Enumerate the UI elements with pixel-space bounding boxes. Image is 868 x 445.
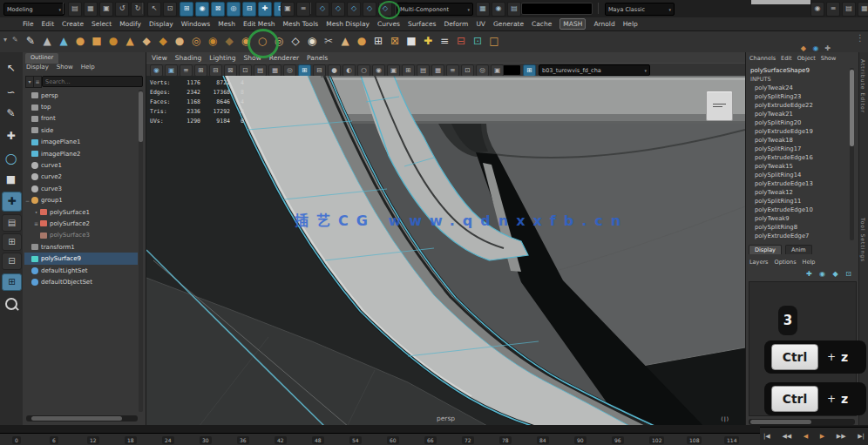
viewport-toolbar-icon-23[interactable]: ▣	[491, 64, 504, 77]
layer-editor-hscrollbar[interactable]	[749, 419, 855, 425]
object-menu[interactable]: Object	[797, 55, 816, 62]
layer-tab-display[interactable]: Display	[749, 245, 782, 254]
undo-icon[interactable]: ↺	[115, 2, 129, 17]
viewport-toolbar-icon-8[interactable]: ▦	[268, 64, 281, 77]
menu-generate[interactable]: Generate	[493, 20, 524, 28]
menu-file[interactable]: File	[23, 20, 34, 28]
poly-cylinder-icon[interactable]: ●	[105, 33, 121, 50]
menu-edit-mesh[interactable]: Edit Mesh	[243, 20, 275, 28]
menu-display[interactable]: Display	[149, 20, 173, 28]
channel-box-vscrollbar[interactable]	[850, 68, 854, 240]
axis-cone-blue-icon[interactable]: ▲	[56, 33, 71, 50]
menu-select[interactable]: Select	[92, 20, 112, 28]
viewport-toolbar-icon-5[interactable]: ⊠	[224, 64, 237, 77]
speed-ramp-icon[interactable]: ◆	[798, 44, 808, 53]
selection-mask-dropdown[interactable]: Multi-Component ▾	[397, 3, 473, 16]
go-to-start-button[interactable]: |◀	[763, 433, 770, 440]
menu-set-dropdown[interactable]: Modeling ▾	[3, 3, 64, 16]
outliner-item-curve3[interactable]: curve3	[24, 183, 138, 194]
outliner-tab[interactable]: Outliner	[25, 53, 58, 64]
render-frame-icon[interactable]: ▦	[476, 2, 490, 17]
outliner-item-defaultLightSet[interactable]: defaultLightSet	[24, 265, 138, 276]
outliner-item-front[interactable]: front	[24, 113, 138, 125]
new-layer-selected-icon[interactable]: ◉	[817, 269, 827, 279]
menu-mash[interactable]: MASH	[559, 18, 586, 30]
mirror-icon[interactable]: ≡	[437, 33, 452, 50]
poly-cube-icon[interactable]: ■	[89, 33, 105, 50]
history-node-polyExtrudeEdge16[interactable]: polyExtrudeEdge16	[755, 154, 845, 163]
workspace-dropdown[interactable]: Maya Classic ▾	[605, 3, 675, 16]
layout-single-pane[interactable]: ▤	[2, 214, 22, 232]
frame-tick-78[interactable]: 78	[499, 436, 512, 444]
history-node-polyTweak9[interactable]: polyTweak9	[755, 215, 845, 224]
viewport-toolbar-icon-18[interactable]: ▤	[417, 64, 430, 77]
shelf-tab-menu-icon[interactable]: ▾	[3, 36, 7, 44]
new-layer-icon[interactable]: ✚	[804, 269, 814, 279]
viewport-toolbar-icon-1[interactable]: ▣	[165, 64, 178, 77]
outliner-item-polySurface9[interactable]: polySurface9	[24, 253, 138, 264]
frame-tick-72[interactable]: 72	[462, 436, 474, 444]
paint-select-tool[interactable]: ✎	[2, 105, 20, 123]
go-to-end-button[interactable]: ▶|	[858, 433, 865, 440]
frame-tick-48[interactable]: 48	[312, 436, 324, 444]
panel-menu-shading[interactable]: Shading	[175, 54, 201, 62]
viewport-toolbar-icon-22[interactable]: ◎	[476, 64, 489, 77]
step-forward-key-button[interactable]: ▶▶	[837, 433, 846, 440]
bevel-icon[interactable]: ▲	[337, 33, 353, 50]
frame-tick-96[interactable]: 96	[612, 436, 624, 444]
list-inputs-icon[interactable]: ≡	[296, 2, 310, 17]
outliner-item-polySurface3[interactable]: polySurface3	[24, 230, 138, 241]
frame-tick-18[interactable]: 18	[125, 436, 137, 444]
sculpt-tool-icon[interactable]: ◉	[304, 33, 320, 50]
menu-create[interactable]: Create	[62, 20, 84, 28]
viewport-toolbar-icon-2[interactable]: ≡	[180, 64, 193, 77]
play-forwards-button[interactable]: ▶	[820, 433, 824, 440]
rotate-tool[interactable]: ◯	[2, 150, 20, 168]
viewport-toolbar-icon-11[interactable]: ⊟	[313, 64, 326, 77]
last-tool[interactable]: ✚	[2, 192, 22, 212]
panel-menu-view[interactable]: View	[152, 54, 167, 62]
viewport-toolbar-icon-16[interactable]: ▣	[387, 64, 400, 77]
construction-history-icon[interactable]: ▣	[281, 2, 295, 17]
outliner-menu-help[interactable]: Help	[81, 64, 95, 71]
outliner-item-curve1[interactable]: curve1	[24, 159, 138, 171]
viewport-toolbar-icon-14[interactable]: ○	[357, 64, 370, 77]
sort-icon[interactable]: ≡	[33, 76, 42, 88]
axis-cone-icon[interactable]: ▲	[39, 33, 55, 50]
hypershade-icon[interactable]: ≡	[826, 2, 840, 17]
new-scene-icon[interactable]: ▤	[68, 2, 82, 17]
edit-menu[interactable]: Edit	[781, 55, 792, 62]
menu-modify[interactable]: Modify	[119, 20, 141, 28]
render-settings-icon[interactable]: ▤	[507, 2, 521, 17]
play-backwards-button[interactable]: ◀	[804, 433, 808, 440]
history-node-polyExtrudeEdge22[interactable]: polyExtrudeEdge22	[755, 102, 845, 111]
save-scene-icon[interactable]: ▣	[99, 2, 113, 17]
channel-options-icon[interactable]: ✚	[823, 44, 832, 53]
layout-current[interactable]: ⊞	[2, 273, 22, 291]
tool-settings-icon[interactable]: ▤	[842, 2, 856, 17]
menu-mesh-tools[interactable]: Mesh Tools	[283, 20, 319, 28]
poly-platonic-icon[interactable]: ◆	[221, 33, 237, 50]
history-node-polyExtrudeEdge19[interactable]: polyExtrudeEdge19	[755, 128, 845, 137]
separate-icon[interactable]: ⊟	[453, 33, 469, 50]
frame-tick-84[interactable]: 84	[537, 436, 549, 444]
snap-to-grid-icon[interactable]: ⊞	[180, 2, 193, 17]
anim-key-icon[interactable]: ◉	[810, 44, 820, 53]
make-live-icon[interactable]: ✚	[258, 2, 272, 17]
frame-tick-36[interactable]: 36	[237, 436, 249, 444]
history-node-polyExtrudeEdge7[interactable]: polyExtrudeEdge7	[755, 233, 845, 241]
menu-arnold[interactable]: Arnold	[593, 20, 614, 28]
viewport-toolbar-icon-20[interactable]: ≡	[446, 64, 459, 77]
history-node-polySplitRing17[interactable]: polySplitRing17	[755, 145, 845, 154]
frame-tick-114[interactable]: 114	[724, 436, 739, 444]
layer-tab-anim[interactable]: Anim	[785, 245, 812, 254]
menu-help[interactable]: Help	[623, 20, 638, 28]
shelf-editor-icon[interactable]: ✎	[12, 36, 18, 44]
viewport-toolbar-icon-10[interactable]: ⊞	[298, 64, 311, 77]
viewport-toolbar-icon-0[interactable]: ◉	[150, 64, 163, 77]
frame-tick-30[interactable]: 30	[200, 436, 212, 444]
menu-cache[interactable]: Cache	[532, 20, 552, 28]
history-node-polyExtrudeEdge13[interactable]: polyExtrudeEdge13	[755, 180, 845, 189]
panel-menu-panels[interactable]: Panels	[307, 54, 328, 62]
frame-tick-66[interactable]: 66	[424, 436, 437, 444]
